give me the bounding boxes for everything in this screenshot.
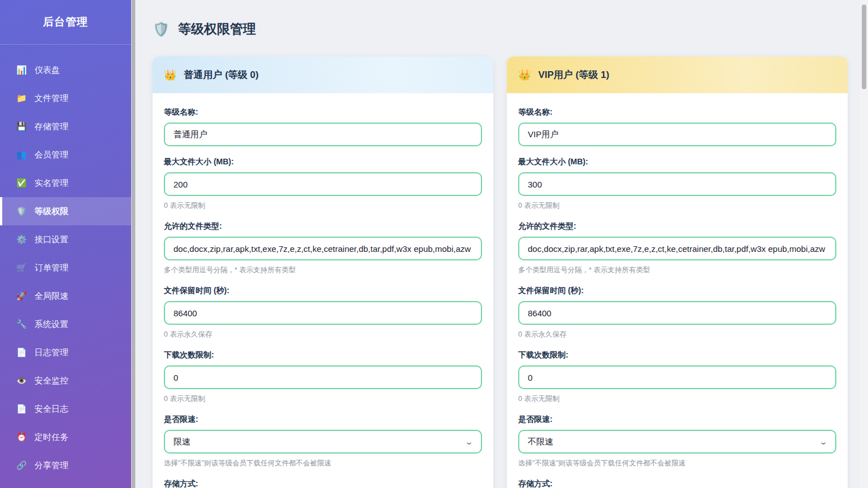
sidebar-item-分享管理[interactable]: 🔗分享管理 [0,451,131,480]
level-card-level-1: 👑VIP用户 (等级 1)等级名称:最大文件大小 (MB):0 表示无限制允许的… [507,56,848,488]
field-input[interactable] [164,237,482,260]
sidebar-item-安全日志[interactable]: 📄安全日志 [0,395,131,423]
sidebar-item-存储管理[interactable]: 💾存储管理 [0,112,131,141]
card-title: 普通用户 (等级 0) [184,68,258,81]
sidebar-scrollbar-thumb[interactable] [132,0,135,488]
page-scrollbar-thumb[interactable] [862,5,866,89]
floppy-disk-icon: 💾 [16,121,27,132]
members-icon: 👥 [16,150,27,160]
field-select[interactable]: 限速⌄ [164,430,482,454]
field-level-0-6: 存储方式: [164,479,482,488]
document-icon: 📄 [16,347,27,358]
sidebar-item-label: 分享管理 [34,460,68,471]
main-content: 🛡️ 等级权限管理 👑普通用户 (等级 0)等级名称:最大文件大小 (MB):0… [136,0,868,488]
sidebar-item-实名管理[interactable]: ✅实名管理 [0,169,131,197]
sidebar-item-全局限速[interactable]: 🚀全局限速 [0,282,131,310]
sidebar-item-label: 存储管理 [34,121,68,132]
card-body-level-1: 等级名称:最大文件大小 (MB):0 表示无限制允许的文件类型:多个类型用逗号分… [507,93,848,488]
sidebar-item-日志管理[interactable]: 📄日志管理 [0,338,131,367]
sidebar-item-label: 仪表盘 [34,65,60,76]
sidebar-item-等级权限[interactable]: 🛡️等级权限 [0,197,131,225]
field-label: 最大文件大小 (MB): [518,157,836,167]
field-input[interactable] [518,365,836,389]
field-hint: 0 表示无限制 [518,394,836,404]
sidebar-item-系统设置[interactable]: 🔧系统设置 [0,310,131,338]
field-hint: 0 表示永久保存 [164,330,482,339]
field-hint: 0 表示无限制 [164,201,482,211]
sidebar-item-文件管理[interactable]: 📁文件管理 [0,84,131,112]
sidebar-item-label: 系统设置 [34,319,68,330]
field-input[interactable] [164,365,482,389]
field-input[interactable] [164,172,482,196]
field-level-0-3: 文件保留时间 (秒):0 表示永久保存 [164,286,482,339]
field-input[interactable] [164,123,482,146]
field-level-0-4: 下载次数限制:0 表示无限制 [164,350,482,404]
select-value: 不限速 [528,437,553,447]
page-title: 等级权限管理 [178,20,256,38]
field-level-0-1: 最大文件大小 (MB):0 表示无限制 [164,157,482,211]
field-input[interactable] [518,123,836,146]
sidebar-item-仪表盘[interactable]: 📊仪表盘 [0,56,131,84]
level-card-level-0: 👑普通用户 (等级 0)等级名称:最大文件大小 (MB):0 表示无限制允许的文… [153,56,493,488]
sidebar: 后台管理 📊仪表盘📁文件管理💾存储管理👥会员管理✅实名管理🛡️等级权限⚙️接口设… [0,0,131,488]
sidebar-item-label: 日志管理 [34,347,68,358]
field-level-1-6: 存储方式: [518,479,836,488]
field-input[interactable] [518,237,836,260]
sidebar-scrollbar[interactable] [131,0,136,488]
sidebar-item-接口设置[interactable]: ⚙️接口设置 [0,225,131,254]
field-hint: 选择"不限速"则该等级会员下载任何文件都不会被限速 [164,459,482,468]
field-label: 存储方式: [164,479,482,488]
sidebar-item-label: 安全日志 [34,404,68,415]
field-level-0-5: 是否限速:限速⌄选择"不限速"则该等级会员下载任何文件都不会被限速 [164,415,482,468]
gear-icon: ⚙️ [16,234,27,245]
wrench-icon: 🔧 [16,319,27,329]
shield-icon: 🛡️ [153,23,170,36]
field-input[interactable] [164,301,482,325]
rocket-icon: 🚀 [16,291,27,301]
field-level-0-0: 等级名称: [164,107,482,146]
sidebar-item-label: 实名管理 [34,178,68,189]
page-scrollbar[interactable] [860,0,868,488]
field-hint: 多个类型用逗号分隔，* 表示支持所有类型 [164,265,482,275]
sidebar-item-安全监控[interactable]: 👁️安全监控 [0,367,131,395]
field-select[interactable]: 不限速⌄ [518,430,836,454]
sidebar-item-订单管理[interactable]: 🛒订单管理 [0,254,131,282]
field-level-1-4: 下载次数限制:0 表示无限制 [518,350,836,404]
field-hint: 0 表示无限制 [518,201,836,211]
alarm-clock-icon: ⏰ [16,432,27,442]
field-label: 文件保留时间 (秒): [518,286,836,296]
field-label: 允许的文件类型: [518,221,836,232]
field-hint: 选择"不限速"则该等级会员下载任何文件都不会被限速 [518,459,836,468]
field-hint: 0 表示无限制 [164,394,482,404]
field-input[interactable] [518,301,836,325]
app-title: 后台管理 [0,0,131,45]
field-hint: 0 表示永久保存 [518,330,836,339]
crown-icon: 👑 [518,70,531,80]
sidebar-item-label: 文件管理 [34,93,68,104]
sidebar-item-label: 安全监控 [34,376,68,386]
field-label: 存储方式: [518,479,836,488]
sidebar-menu: 📊仪表盘📁文件管理💾存储管理👥会员管理✅实名管理🛡️等级权限⚙️接口设置🛒订单管… [0,45,131,480]
crown-icon: 👑 [164,70,176,80]
sidebar-item-label: 订单管理 [34,263,68,273]
field-label: 允许的文件类型: [164,221,482,232]
eye-icon: 👁️ [16,376,27,386]
sidebar-item-label: 等级权限 [34,206,68,217]
field-level-1-0: 等级名称: [518,107,836,146]
field-label: 下载次数限制: [164,350,482,360]
folder-icon: 📁 [16,93,27,103]
field-level-1-1: 最大文件大小 (MB):0 表示无限制 [518,157,836,211]
chevron-down-icon: ⌄ [465,438,474,446]
card-header-level-1: 👑VIP用户 (等级 1) [507,56,848,93]
level-cards: 👑普通用户 (等级 0)等级名称:最大文件大小 (MB):0 表示无限制允许的文… [153,56,848,488]
page-header: 🛡️ 等级权限管理 [153,20,848,38]
card-title: VIP用户 (等级 1) [538,68,609,81]
sidebar-item-label: 定时任务 [34,432,68,443]
sidebar-item-定时任务[interactable]: ⏰定时任务 [0,423,131,451]
select-value: 限速 [173,437,190,447]
field-level-0-2: 允许的文件类型:多个类型用逗号分隔，* 表示支持所有类型 [164,221,482,275]
dashboard-chart-icon: 📊 [16,65,27,75]
sidebar-item-会员管理[interactable]: 👥会员管理 [0,141,131,169]
check-box-icon: ✅ [16,178,27,188]
field-input[interactable] [518,172,836,196]
